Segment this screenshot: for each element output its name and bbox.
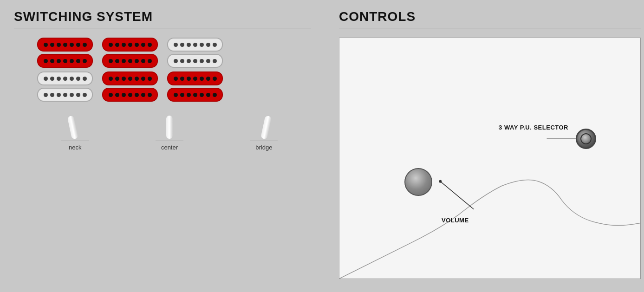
pickup-pair-center-bottom [102, 71, 158, 102]
pickup-pair-center-top [102, 38, 158, 68]
switch-bridge: bridge [241, 116, 287, 151]
switch-neck-label: neck [69, 144, 81, 151]
switch-row: neck center bridge [28, 116, 311, 151]
pickup-bar-red [37, 54, 93, 68]
switch-bridge-label: bridge [255, 144, 272, 151]
switch-center: center [146, 116, 193, 151]
pickup-pair-neck-bottom [37, 71, 93, 102]
pickup-bar-red [102, 71, 158, 85]
pickup-pair-neck-top [37, 38, 93, 68]
controls-svg [339, 38, 640, 279]
left-divider [14, 28, 311, 28]
pickup-bar-red [37, 38, 93, 52]
selector-inner [580, 133, 592, 144]
switch-handle-neck [67, 116, 78, 140]
selector-knob [576, 129, 596, 149]
pickup-bar-red [102, 88, 158, 102]
volume-label: VOLUME [442, 217, 469, 224]
volume-knob [404, 168, 432, 196]
switching-system-panel: SWITCHING SYSTEM [0, 0, 325, 292]
controls-title: CONTROLS [339, 9, 641, 24]
controls-diagram: 3 WAY P.U. SELECTOR VOLUME [339, 38, 641, 279]
pickup-pair-bridge-top [167, 38, 223, 68]
selector-label: 3 WAY P.U. SELECTOR [499, 124, 568, 131]
right-divider [339, 28, 641, 28]
pickup-bar-red [102, 54, 158, 68]
switch-neck: neck [52, 116, 98, 151]
controls-panel: CONTROLS 3 WAY P.U. SELECTOR VOLUME [325, 0, 644, 292]
pickup-bar-red [167, 71, 223, 85]
pickup-bar-red [167, 88, 223, 102]
pickup-bar-white [37, 88, 93, 102]
switch-handle-bridge [260, 116, 272, 140]
pickup-bar-white [167, 38, 223, 52]
pickup-row-2 [37, 71, 311, 102]
pickup-row-1 [37, 38, 311, 68]
switching-system-title: SWITCHING SYSTEM [14, 9, 311, 24]
pickup-bar-white [37, 71, 93, 85]
pickup-pair-bridge-bottom [167, 71, 223, 102]
switch-handle-center [166, 116, 173, 139]
pickup-bar-white [167, 54, 223, 68]
svg-line-2 [440, 182, 474, 209]
pickup-bar-red [102, 38, 158, 52]
svg-point-3 [439, 180, 442, 183]
switch-center-label: center [161, 144, 178, 151]
